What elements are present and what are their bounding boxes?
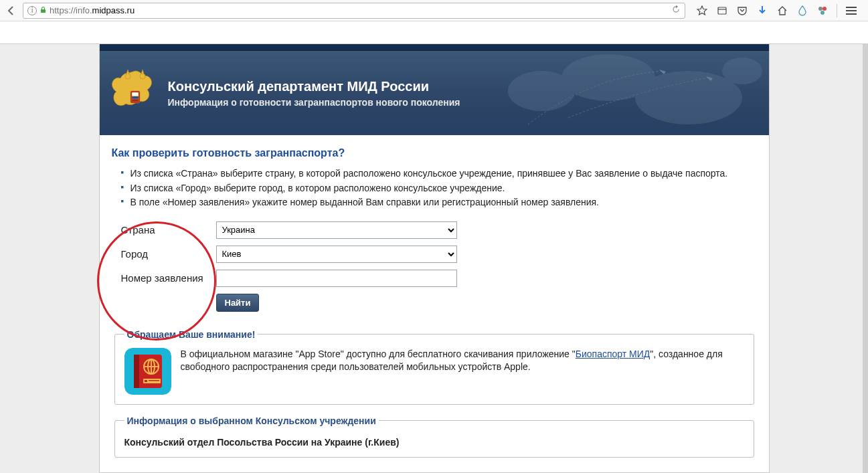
svg-point-14 xyxy=(140,74,145,79)
back-button[interactable] xyxy=(4,3,19,18)
consulate-name: Консульский отдел Посольства России на У… xyxy=(124,437,744,448)
svg-point-2 xyxy=(818,7,822,11)
city-select[interactable]: Киев xyxy=(216,246,457,263)
notice-box: Обращаем Ваше внимание! xyxy=(114,329,754,405)
reload-icon[interactable] xyxy=(671,5,681,16)
svg-point-4 xyxy=(820,11,824,15)
consulate-info-box: Информация о выбранном Консульском учреж… xyxy=(114,415,754,458)
url-text: https://info.midpass.ru xyxy=(50,5,135,15)
svg-point-3 xyxy=(822,7,827,11)
svg-rect-24 xyxy=(149,380,159,381)
svg-rect-23 xyxy=(145,380,147,382)
droplet-icon[interactable] xyxy=(796,5,808,17)
svg-point-13 xyxy=(125,74,131,79)
search-button[interactable]: Найти xyxy=(216,294,260,312)
notice-legend: Обращаем Ваше внимание! xyxy=(124,329,258,340)
browser-toolbar: i https://info.midpass.ru xyxy=(0,0,868,21)
viewport: Консульский департамент МИД России Инфор… xyxy=(0,44,868,473)
biopassport-link[interactable]: Биопаспорт МИД xyxy=(576,349,650,359)
instruction-item: Из списка «Город» выберите город, в кото… xyxy=(121,182,757,195)
svg-rect-12 xyxy=(132,99,139,102)
top-stripe xyxy=(100,44,769,51)
city-label: Город xyxy=(121,248,216,260)
star-icon[interactable] xyxy=(696,5,708,17)
header-text: Консульский департамент МИД России Инфор… xyxy=(168,79,460,108)
addon-icon[interactable] xyxy=(816,5,829,17)
country-label: Страна xyxy=(121,224,216,235)
download-icon[interactable] xyxy=(756,5,768,17)
menu-icon[interactable] xyxy=(845,5,857,17)
home-icon[interactable] xyxy=(776,5,788,17)
search-form: Страна Украина Город Киев Номер заявлени… xyxy=(121,221,757,312)
instruction-item: В поле «Номер заявления» укажите номер в… xyxy=(121,196,757,209)
consulate-info-legend: Информация о выбранном Консульском учреж… xyxy=(124,415,379,426)
toolbar-icons xyxy=(689,4,864,17)
address-bar[interactable]: i https://info.midpass.ru xyxy=(23,3,685,19)
lock-icon xyxy=(39,6,47,15)
instruction-list: Из списка «Страна» выберите страну, в ко… xyxy=(112,167,757,209)
russian-emblem-icon xyxy=(112,67,159,119)
header-title: Консульский департамент МИД России xyxy=(168,79,460,94)
svg-point-8 xyxy=(722,58,762,84)
library-icon[interactable] xyxy=(716,5,728,17)
scrollbar[interactable] xyxy=(863,44,868,473)
tab-strip-area xyxy=(0,21,868,44)
country-select[interactable]: Украина xyxy=(216,221,457,239)
pocket-icon[interactable] xyxy=(736,5,748,17)
page-header: Консульский департамент МИД России Инфор… xyxy=(100,51,769,135)
notice-text: В официальном магазине "App Store" досту… xyxy=(181,348,744,374)
svg-rect-10 xyxy=(132,92,139,96)
number-label: Номер заявления xyxy=(121,272,216,284)
svg-rect-17 xyxy=(134,355,139,388)
instruction-item: Из списка «Страна» выберите страну, в ко… xyxy=(121,167,757,181)
info-icon: i xyxy=(27,6,37,15)
page-container: Консульский департамент МИД России Инфор… xyxy=(99,44,770,473)
world-map-decor xyxy=(488,51,769,135)
svg-rect-0 xyxy=(718,7,726,14)
separator xyxy=(837,4,837,17)
application-number-input[interactable] xyxy=(216,270,457,287)
section-title: Как проверить готовность загранпаспорта? xyxy=(112,147,757,159)
app-icon xyxy=(124,348,171,395)
svg-rect-11 xyxy=(132,96,139,99)
header-subtitle: Информация о готовности загранпаспортов … xyxy=(168,97,460,108)
content: Как проверить готовность загранпаспорта?… xyxy=(100,135,769,458)
